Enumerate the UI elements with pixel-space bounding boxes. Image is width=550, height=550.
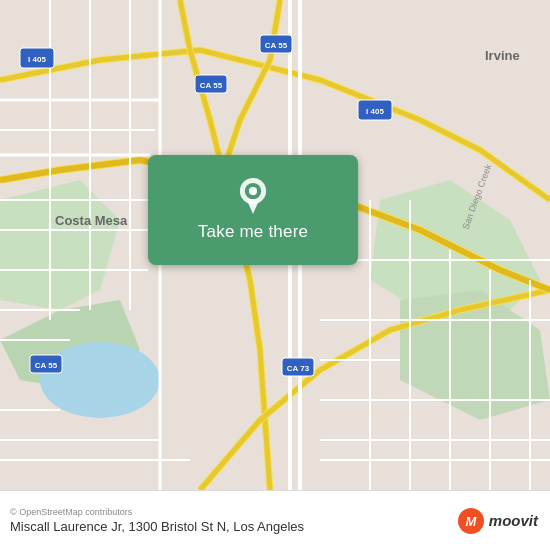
svg-point-53 (249, 187, 257, 195)
footer-left: © OpenStreetMap contributors Miscall Lau… (10, 507, 304, 534)
svg-text:M: M (465, 514, 477, 529)
svg-text:I 405: I 405 (366, 107, 384, 116)
moovit-logo: M moovit (457, 507, 538, 535)
footer-bar: © OpenStreetMap contributors Miscall Lau… (0, 490, 550, 550)
address-text: Miscall Laurence Jr, 1300 Bristol St N, … (10, 519, 304, 534)
svg-text:CA 73: CA 73 (287, 364, 310, 373)
svg-text:I 405: I 405 (28, 55, 46, 64)
copyright-text: © OpenStreetMap contributors (10, 507, 304, 517)
svg-text:Irvine: Irvine (485, 48, 520, 63)
svg-text:CA 55: CA 55 (265, 41, 288, 50)
moovit-logo-icon: M (457, 507, 485, 535)
svg-text:Costa Mesa: Costa Mesa (55, 213, 128, 228)
svg-point-3 (40, 342, 160, 418)
svg-text:CA 55: CA 55 (35, 361, 58, 370)
svg-marker-54 (246, 199, 259, 214)
location-pin-icon (235, 178, 271, 214)
take-me-there-button[interactable]: Take me there (148, 155, 358, 265)
take-me-there-label: Take me there (198, 222, 308, 242)
map-view: I 405 CA 73 CA 55 CA 55 CA 55 I 405 San … (0, 0, 550, 490)
svg-text:CA 55: CA 55 (200, 81, 223, 90)
moovit-brand-name: moovit (489, 512, 538, 529)
